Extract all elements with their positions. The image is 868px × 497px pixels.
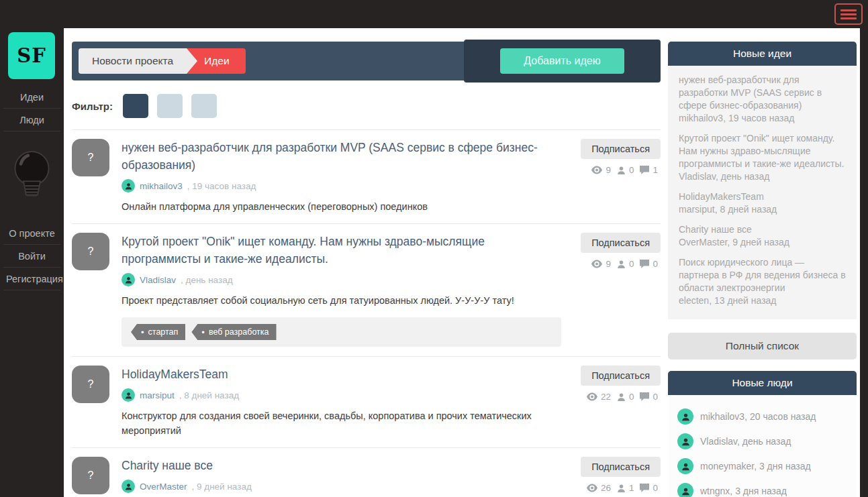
new-idea-entry[interactable]: нужен веб-разработчик для разработки MVP… [679, 74, 846, 125]
idea-author-link[interactable]: Vladislav [140, 275, 176, 285]
idea-main: Charity наше все OverMaster, 9 дней наза… [122, 457, 561, 497]
new-idea-entry[interactable]: HolidayMakersTeam marsiput, 8 дней назад [679, 190, 846, 216]
idea-placeholder-avatar[interactable]: ? [72, 139, 109, 176]
new-idea-entry-meta: electen, 13 дней назад [679, 294, 846, 307]
idea-stats: 9 0 0 [591, 259, 661, 269]
subscribe-button[interactable]: Подписаться [581, 233, 661, 253]
idea-actions: Подписаться 26 1 0 [573, 457, 661, 497]
comments-count: 0 [653, 392, 658, 402]
sidebar-item[interactable]: Идеи [3, 86, 60, 109]
idea-main: Крутой проект "Onik" ищет команду. Нам н… [122, 233, 561, 347]
idea-author-row: Vladislav, день назад [122, 273, 561, 286]
new-idea-entry-meta: mikhailov3, 19 часов назад [679, 112, 846, 125]
members-count: 1 [629, 483, 634, 493]
idea-tag[interactable]: веб разработка [191, 324, 276, 340]
idea-placeholder-avatar[interactable]: ? [72, 233, 109, 270]
hamburger-bar [840, 13, 857, 15]
idea-time: , 8 дней назад [179, 390, 239, 400]
idea-actions: Подписаться 9 0 1 [573, 139, 661, 214]
new-idea-entry-title: нужен веб-разработчик для разработки MVP… [679, 74, 846, 112]
menu-hamburger-button[interactable] [834, 3, 863, 25]
idea-title-link[interactable]: Charity наше все [122, 457, 561, 474]
subscribe-button[interactable]: Подписаться [581, 139, 661, 159]
idea-author-link[interactable]: mikhailov3 [140, 181, 183, 191]
sidebar-item[interactable]: Войти [3, 245, 60, 268]
subscribe-button[interactable]: Подписаться [581, 366, 661, 386]
idea-card: ? HolidayMakersTeam marsiput, 8 дней наз… [72, 356, 661, 447]
new-idea-entry[interactable]: Charity наше все OverMaster, 9 дней наза… [679, 223, 846, 249]
hamburger-bar [840, 9, 857, 11]
new-idea-entry-meta: marsiput, 8 дней назад [679, 203, 846, 216]
breadcrumb-bar: Новости проекта Идеи Добавить идею [72, 42, 661, 80]
add-idea-panel: Добавить идею [464, 40, 661, 82]
full-list-button[interactable]: Полный список [668, 333, 857, 360]
new-person-row[interactable]: mikhailov3, 20 часов назад [677, 408, 847, 425]
breadcrumb-parent[interactable]: Новости проекта [79, 48, 187, 74]
idea-author-link[interactable]: OverMaster [140, 482, 187, 492]
new-idea-entry-title: HolidayMakersTeam [679, 190, 846, 203]
add-idea-button[interactable]: Добавить идею [500, 48, 624, 74]
site-logo[interactable]: SF [8, 32, 55, 79]
new-idea-entry-title: Крутой проект "Onik" ищет команду. Нам н… [679, 132, 846, 170]
filter-option-button[interactable] [191, 94, 217, 118]
idea-title-link[interactable]: HolidayMakersTeam [122, 366, 561, 383]
new-person-row[interactable]: Vladislav, день назад [677, 433, 847, 449]
idea-placeholder-avatar[interactable]: ? [72, 366, 109, 403]
idea-card: ? нужен веб-разработчик для разработки M… [72, 129, 661, 223]
idea-actions: Подписаться 22 0 0 [573, 366, 661, 438]
sidebar-item[interactable]: О проекте [3, 222, 60, 245]
filter-option-button[interactable] [123, 94, 148, 118]
user-avatar-icon [677, 458, 693, 474]
new-person-row[interactable]: wtngnx, 3 дня назад [677, 483, 847, 497]
new-idea-entry[interactable]: Крутой проект "Onik" ищет команду. Нам н… [679, 132, 846, 183]
idea-tag[interactable]: стартап [131, 324, 185, 340]
lightbulb-icon [3, 141, 60, 214]
views-count: 22 [601, 392, 611, 402]
members-icon [617, 260, 626, 269]
idea-main: нужен веб-разработчик для разработки MVP… [122, 139, 561, 214]
new-person-label: moneymaker, 3 дня назад [700, 461, 811, 472]
new-person-row[interactable]: moneymaker, 3 дня назад [677, 458, 847, 474]
filter-label: Фильтр: [72, 101, 113, 112]
breadcrumb: Новости проекта Идеи [72, 42, 464, 80]
subscribe-button[interactable]: Подписаться [581, 457, 661, 477]
comments-count: 0 [653, 259, 658, 269]
idea-actions: Подписаться 9 0 0 [573, 233, 661, 347]
comments-count: 0 [653, 483, 658, 493]
idea-time: , 9 дней назад [192, 482, 252, 492]
idea-time: , день назад [181, 275, 233, 285]
user-avatar-icon [122, 179, 135, 192]
members-icon [617, 166, 626, 175]
sidebar-item-label: Идеи [20, 92, 44, 103]
views-icon [587, 392, 597, 401]
new-idea-entry-title: Поиск юридического лица — партнера в РФ … [679, 256, 846, 294]
members-count: 0 [629, 165, 634, 175]
new-idea-entry-meta: Vladislav, день назад [679, 170, 846, 183]
sidebar-nav: Идеи Люди О проекте Войти Регистрация [0, 86, 64, 290]
content-wrapper: Новости проекта Идеи Добавить идею Фильт… [64, 28, 860, 497]
comments-icon [640, 260, 649, 268]
left-sidebar: SF Идеи Люди О проекте Войти Регистрация [0, 0, 64, 497]
idea-time: , 19 часов назад [187, 181, 256, 191]
filter-option-button[interactable] [157, 94, 183, 118]
idea-list: ? нужен веб-разработчик для разработки M… [72, 129, 661, 497]
user-avatar-icon [677, 433, 693, 449]
idea-description: Проект представляет собой социальную сет… [122, 293, 561, 308]
members-icon [617, 484, 626, 493]
idea-author-row: mikhailov3, 19 часов назад [122, 179, 561, 192]
views-count: 9 [606, 165, 611, 175]
user-avatar-icon [122, 388, 135, 402]
new-ideas-panel-header: Новые идеи [668, 42, 857, 66]
views-count: 26 [601, 483, 611, 493]
idea-title-link[interactable]: нужен веб-разработчик для разработки MVP… [122, 139, 561, 174]
sidebar-item[interactable]: Регистрация [3, 268, 60, 290]
idea-placeholder-avatar[interactable]: ? [72, 457, 109, 494]
new-idea-entry[interactable]: Поиск юридического лица — партнера в РФ … [679, 256, 846, 307]
idea-title-link[interactable]: Крутой проект "Onik" ищет команду. Нам н… [122, 233, 561, 268]
sidebar-item[interactable]: Люди [3, 109, 60, 131]
idea-author-link[interactable]: marsiput [140, 390, 175, 400]
new-people-panel-header: Новые люди [668, 371, 857, 395]
sidebar-item-label: Люди [19, 115, 44, 125]
new-idea-entry-title: Charity наше все [679, 223, 846, 236]
members-icon [617, 392, 626, 402]
